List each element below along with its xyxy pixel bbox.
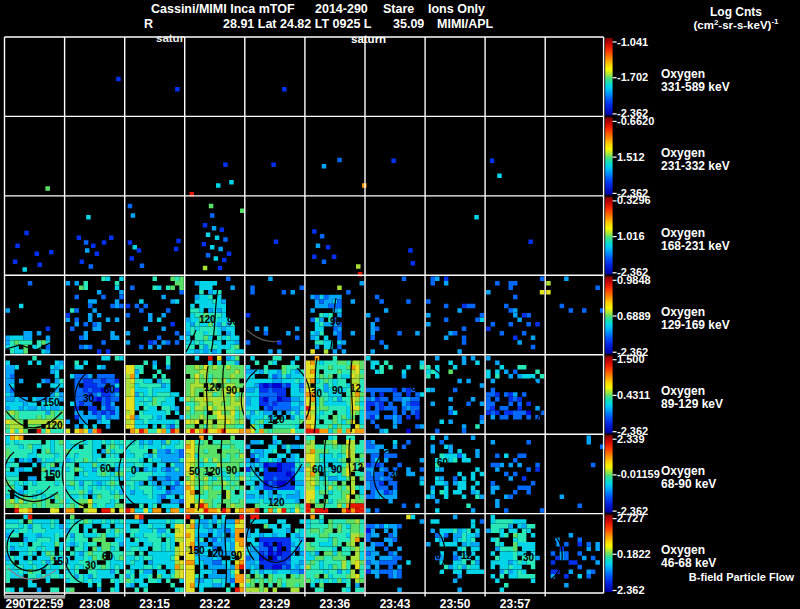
- svg-text:168-231 keV: 168-231 keV: [661, 239, 730, 253]
- svg-text:30: 30: [311, 388, 323, 399]
- svg-text:150: 150: [43, 397, 60, 408]
- svg-text:0.3296: 0.3296: [617, 194, 651, 206]
- svg-text:R: R: [144, 17, 153, 31]
- svg-text:0.9848: 0.9848: [617, 274, 651, 286]
- svg-text:Oxygen: Oxygen: [661, 226, 705, 240]
- svg-text:Oxygen: Oxygen: [661, 305, 705, 319]
- svg-text:60: 60: [100, 463, 112, 474]
- svg-text:30: 30: [85, 560, 97, 571]
- svg-text:90: 90: [331, 464, 343, 475]
- svg-text:12: 12: [461, 550, 473, 561]
- svg-text:0.6889: 0.6889: [617, 310, 651, 322]
- svg-text:1.512: 1.512: [617, 151, 645, 163]
- svg-text:90: 90: [332, 385, 344, 396]
- svg-text:1.016: 1.016: [617, 230, 645, 242]
- svg-text:120: 120: [51, 340, 68, 351]
- svg-text:2.362: 2.362: [617, 584, 645, 596]
- svg-text:0: 0: [131, 465, 137, 476]
- svg-text:0.1822: 0.1822: [617, 548, 651, 560]
- svg-text:28.91 Lat 24.82 LT 0925 L: 28.91 Lat 24.82 LT 0925 L: [223, 17, 372, 31]
- svg-text:Cassini/MIMI Inca mTOF: Cassini/MIMI Inca mTOF: [151, 2, 295, 16]
- svg-text:2.727: 2.727: [617, 512, 645, 524]
- svg-text:150: 150: [44, 469, 61, 480]
- svg-text:90: 90: [330, 316, 342, 327]
- svg-text:120: 120: [204, 382, 221, 393]
- svg-text:150: 150: [188, 545, 205, 556]
- svg-text:120: 120: [46, 420, 63, 431]
- svg-text:Oxygen: Oxygen: [661, 67, 705, 81]
- svg-text:30: 30: [83, 393, 95, 404]
- svg-text:-0.01159: -0.01159: [617, 468, 660, 480]
- svg-text:23:57: 23:57: [500, 597, 531, 609]
- svg-text:-1.041: -1.041: [617, 36, 648, 48]
- svg-text:B-field Particle Flow: B-field Particle Flow: [689, 571, 795, 583]
- svg-text:50: 50: [189, 466, 201, 477]
- svg-text:30: 30: [390, 469, 402, 480]
- svg-text:23:22: 23:22: [199, 597, 230, 609]
- svg-text:satur: satur: [156, 32, 185, 44]
- svg-text:46-68 keV: 46-68 keV: [661, 556, 716, 570]
- svg-text:120: 120: [268, 414, 285, 425]
- svg-text:90: 90: [231, 550, 243, 561]
- svg-text:Oxygen: Oxygen: [661, 146, 705, 160]
- svg-text:60: 60: [546, 539, 558, 550]
- svg-text:1.500: 1.500: [617, 353, 645, 365]
- svg-text:Stare: Stare: [383, 2, 414, 16]
- svg-text:Oxygen: Oxygen: [661, 543, 705, 557]
- svg-text:23:43: 23:43: [380, 597, 411, 609]
- svg-text:90: 90: [226, 385, 238, 396]
- svg-text:0.4311: 0.4311: [617, 389, 650, 401]
- svg-text:2014-290: 2014-290: [315, 2, 368, 16]
- svg-text:-1.702: -1.702: [617, 71, 648, 83]
- svg-text:89-129 keV: 89-129 keV: [661, 397, 723, 411]
- svg-text:12: 12: [352, 462, 364, 473]
- svg-text:0: 0: [407, 551, 413, 562]
- svg-text:150: 150: [52, 556, 69, 567]
- svg-text:23:29: 23:29: [259, 597, 290, 609]
- svg-text:saturn: saturn: [351, 33, 386, 45]
- svg-text:120: 120: [268, 497, 285, 508]
- svg-text:60: 60: [437, 457, 449, 468]
- svg-text:90: 90: [226, 465, 238, 476]
- svg-text:2.339: 2.339: [617, 433, 645, 445]
- svg-text:60: 60: [312, 464, 324, 475]
- svg-text:23:50: 23:50: [440, 597, 471, 609]
- svg-text:23:15: 23:15: [139, 597, 170, 609]
- svg-text:60: 60: [104, 384, 116, 395]
- svg-text:120: 120: [207, 548, 224, 559]
- svg-text:MIMI/APL: MIMI/APL: [437, 17, 494, 31]
- svg-text:90: 90: [227, 316, 239, 327]
- svg-text:120: 120: [199, 314, 216, 325]
- svg-text:129-169 keV: 129-169 keV: [661, 318, 730, 332]
- svg-text:Log Cnts: Log Cnts: [710, 5, 762, 19]
- svg-text:60: 60: [411, 382, 423, 393]
- svg-text:23:08: 23:08: [79, 597, 110, 609]
- svg-text:Oxygen: Oxygen: [661, 384, 705, 398]
- svg-text:231-332 keV: 231-332 keV: [661, 159, 730, 173]
- svg-text:290T22:59: 290T22:59: [5, 597, 63, 609]
- svg-text:68-90 keV: 68-90 keV: [661, 477, 716, 491]
- svg-text:Ions Only: Ions Only: [428, 2, 485, 16]
- svg-text:30: 30: [523, 552, 535, 563]
- svg-text:90: 90: [430, 550, 442, 561]
- svg-text:331-589 keV: 331-589 keV: [661, 80, 730, 94]
- svg-text:23:36: 23:36: [320, 597, 351, 609]
- svg-text:Oxygen: Oxygen: [661, 464, 705, 478]
- svg-text:(cm2-sr-s-keV)-1: (cm2-sr-s-keV)-1: [693, 17, 779, 31]
- svg-text:-0.6620: -0.6620: [617, 115, 654, 127]
- svg-text:35.09: 35.09: [393, 17, 424, 31]
- svg-text:12: 12: [350, 383, 362, 394]
- svg-text:60: 60: [102, 551, 114, 562]
- svg-text:120: 120: [204, 466, 221, 477]
